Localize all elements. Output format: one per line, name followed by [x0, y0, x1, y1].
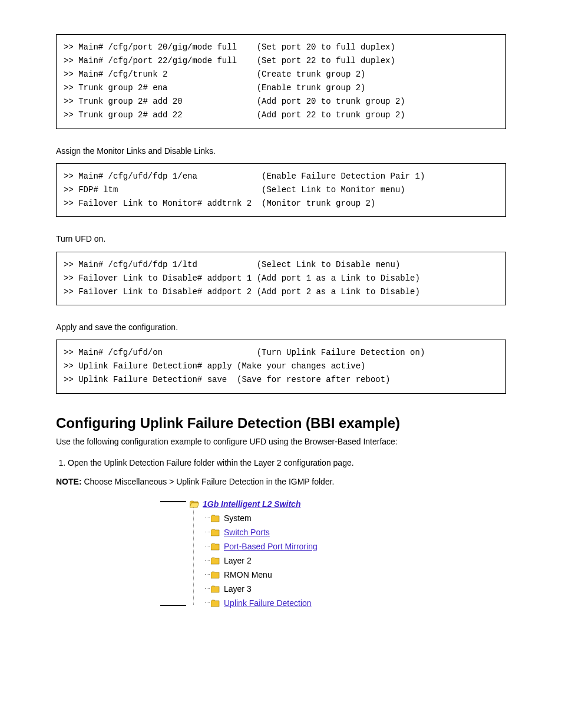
tree-item-label: Layer 2	[224, 556, 252, 565]
cli-command: >> Main# /cfg/ufd/on	[64, 346, 257, 360]
step-1-text: Open the Uplink Detection Failure folder…	[68, 458, 354, 467]
folder-closed-icon	[211, 557, 220, 565]
paragraph-assign-links: Assign the Monitor Links and Disable Lin…	[56, 144, 506, 157]
cli-comment: (Add port 22 to trunk group 2)	[257, 108, 405, 122]
tree-item-label[interactable]: Port-Based Port Mirroring	[224, 542, 318, 551]
paragraph-turn-ufd-on: Turn UFD on.	[56, 232, 506, 245]
tree-item[interactable]: Port-Based Port Mirroring	[201, 539, 372, 554]
tree-item[interactable]: Layer 3	[201, 582, 372, 596]
note-label: NOTE:	[56, 477, 82, 486]
tree-callout-line-bottom	[160, 605, 186, 606]
tree-item-label[interactable]: Uplink Failure Detection	[224, 598, 312, 608]
box1-line: >> Trunk group 2# ena (Enable trunk grou…	[64, 81, 498, 95]
bbi-intro-text: Use the following configuration example …	[56, 435, 506, 448]
box4-line: >> Uplink Failure Detection# save (Save …	[64, 373, 498, 387]
cli-comment: (Create trunk group 2)	[257, 68, 366, 81]
box3-line: >> Main# /cfg/ufd/fdp 1/ltd (Select Link…	[64, 258, 498, 272]
tree-item-label[interactable]: Switch Ports	[224, 528, 270, 537]
cli-comment: (Monitor trunk group 2)	[262, 197, 375, 210]
cli-comment: (Add port 2 as a Link to Disable)	[257, 285, 420, 299]
cli-command: >> Main# /cfg/ufd/fdp 1/ena	[64, 170, 262, 183]
note-block: NOTE: Choose Miscellaneous > Uplink Fail…	[56, 475, 506, 488]
tree-root[interactable]: 1Gb Intelligent L2 SwitchSystemSwitch Po…	[190, 497, 372, 610]
tree-root-label[interactable]: 1Gb Intelligent L2 Switch	[203, 499, 300, 509]
cli-command: >> Failover Link to Disable# addport 2	[64, 285, 257, 299]
tree-callout-line-top	[160, 501, 186, 502]
folder-open-icon	[190, 500, 199, 508]
cli-comment: (Enable Failure Detection Pair 1)	[262, 170, 425, 183]
folder-closed-icon	[211, 599, 220, 607]
box1-line: >> Trunk group 2# add 22 (Add port 22 to…	[64, 108, 498, 122]
cli-comment: (Enable trunk group 2)	[257, 81, 366, 95]
cli-comment: (Set port 22 to full duplex)	[257, 54, 395, 68]
cli-command: >> Main# /cfg/trunk 2	[64, 68, 257, 81]
box2-line: >> Main# /cfg/ufd/fdp 1/ena (Enable Fail…	[64, 170, 498, 183]
folder-closed-icon	[211, 571, 220, 579]
box3-line: >> Failover Link to Disable# addport 1 (…	[64, 272, 498, 285]
box4-line: >> Main# /cfg/ufd/on (Turn Uplink Failur…	[64, 346, 498, 360]
box1-line: >> Main# /cfg/trunk 2 (Create trunk grou…	[64, 68, 498, 81]
cli-comment: (Add port 1 as a Link to Disable)	[257, 272, 420, 285]
cli-command: >> FDP# ltm	[64, 183, 262, 197]
cli-comment: (Select Link to Disable menu)	[257, 258, 401, 272]
box1-line: >> Main# /cfg/port 22/gig/mode full (Set…	[64, 54, 498, 68]
cli-command: >> Main# /cfg/ufd/fdp 1/ltd	[64, 258, 257, 272]
cli-comment: (Set port 20 to full duplex)	[257, 41, 395, 54]
folder-closed-icon	[211, 529, 220, 536]
tree-item[interactable]: Layer 2	[201, 554, 372, 568]
folder-closed-icon	[211, 585, 220, 593]
cli-command: >> Uplink Failure Detection# save	[64, 373, 237, 387]
folder-closed-icon	[211, 515, 220, 522]
cli-command: >> Trunk group 2# add 20	[64, 95, 257, 108]
cli-command: >> Trunk group 2# add 22	[64, 108, 257, 122]
cli-comment: (Select Link to Monitor menu)	[262, 183, 405, 197]
step-1: Open the Uplink Detection Failure folder…	[68, 456, 506, 469]
section-heading-bbi: Configuring Uplink Failure Detection (BB…	[56, 415, 506, 431]
code-box-2: >> Main# /cfg/ufd/fdp 1/ena (Enable Fail…	[56, 163, 506, 217]
tree-item[interactable]: RMON Menu	[201, 568, 372, 582]
cli-command: >> Main# /cfg/port 20/gig/mode full	[64, 41, 257, 54]
folder-closed-icon	[211, 543, 220, 551]
box2-line: >> FDP# ltm (Select Link to Monitor menu…	[64, 183, 498, 197]
tree-item-label: RMON Menu	[224, 570, 272, 579]
tree-item[interactable]: Switch Ports	[201, 525, 372, 539]
cli-command: >> Failover Link to Disable# addport 1	[64, 272, 257, 285]
cli-comment: (Make your changes active)	[237, 360, 365, 373]
cli-command: >> Failover Link to Monitor# addtrnk 2	[64, 197, 262, 210]
tree-item-label: Layer 3	[224, 584, 252, 594]
cli-comment: (Save for restore after reboot)	[237, 373, 390, 387]
code-box-1: >> Main# /cfg/port 20/gig/mode full (Set…	[56, 34, 506, 129]
note-text: Choose Miscellaneous > Uplink Failure De…	[82, 477, 335, 486]
nav-tree: 1Gb Intelligent L2 SwitchSystemSwitch Po…	[190, 497, 372, 610]
box3-line: >> Failover Link to Disable# addport 2 (…	[64, 285, 498, 299]
code-box-4: >> Main# /cfg/ufd/on (Turn Uplink Failur…	[56, 340, 506, 393]
paragraph-apply-save: Apply and save the configuration.	[56, 321, 506, 334]
box2-line: >> Failover Link to Monitor# addtrnk 2 (…	[64, 197, 498, 210]
cli-command: >> Trunk group 2# ena	[64, 81, 257, 95]
cli-comment: (Turn Uplink Failure Detection on)	[257, 346, 425, 360]
tree-item[interactable]: Uplink Failure Detection	[201, 596, 372, 610]
box4-line: >> Uplink Failure Detection# apply (Make…	[64, 360, 498, 373]
cli-comment: (Add port 20 to trunk group 2)	[257, 95, 405, 108]
box1-line: >> Trunk group 2# add 20 (Add port 20 to…	[64, 95, 498, 108]
code-box-3: >> Main# /cfg/ufd/fdp 1/ltd (Select Link…	[56, 252, 506, 305]
cli-command: >> Uplink Failure Detection# apply	[64, 360, 237, 373]
cli-command: >> Main# /cfg/port 22/gig/mode full	[64, 54, 257, 68]
tree-item[interactable]: System	[201, 511, 372, 525]
box1-line: >> Main# /cfg/port 20/gig/mode full (Set…	[64, 41, 498, 54]
tree-item-label: System	[224, 513, 252, 523]
